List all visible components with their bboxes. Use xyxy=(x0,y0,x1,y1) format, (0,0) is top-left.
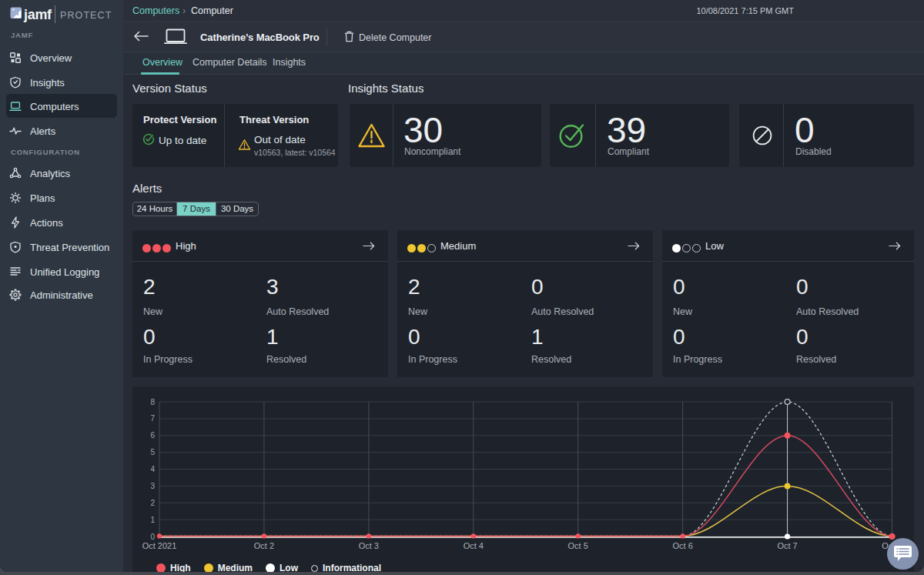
svg-text:Oct 6: Oct 6 xyxy=(673,541,693,550)
svg-text:Oct 3: Oct 3 xyxy=(359,541,379,550)
svg-text:Oct 2021: Oct 2021 xyxy=(142,541,177,550)
svg-text:5: 5 xyxy=(150,448,155,456)
svg-text:2: 2 xyxy=(150,499,155,507)
svg-text:Oct 5: Oct 5 xyxy=(568,541,588,550)
svg-text:1: 1 xyxy=(150,516,155,524)
svg-text:4: 4 xyxy=(150,465,155,473)
svg-text:Oct 7: Oct 7 xyxy=(777,541,797,550)
svg-text:Oct 4: Oct 4 xyxy=(464,541,484,550)
svg-text:3: 3 xyxy=(150,482,155,490)
svg-text:7: 7 xyxy=(150,414,155,423)
svg-text:8: 8 xyxy=(150,398,155,406)
svg-text:6: 6 xyxy=(150,431,155,440)
svg-text:0: 0 xyxy=(150,533,155,541)
svg-text:Oct 2: Oct 2 xyxy=(254,541,274,550)
